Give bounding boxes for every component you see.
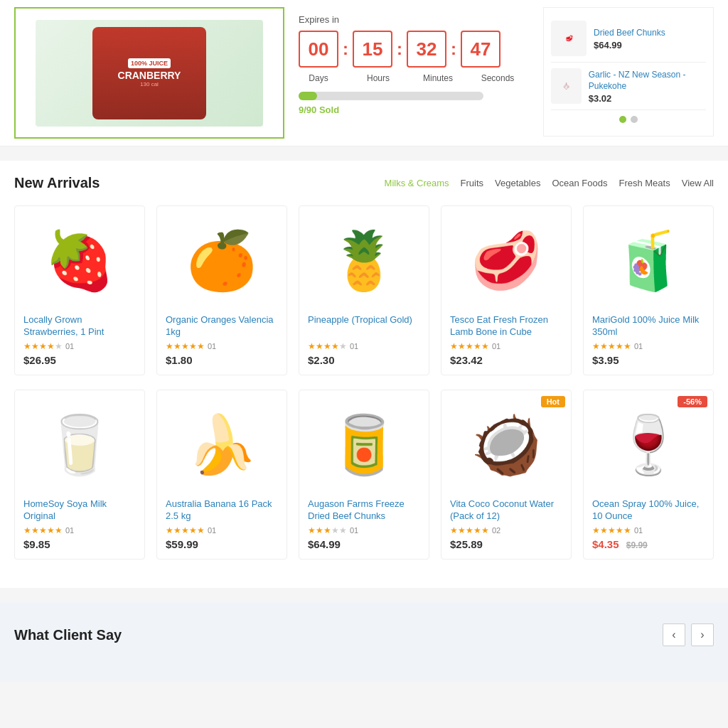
sold-text: 9/90 Sold — [299, 105, 522, 115]
product-rating-marigold: ★★★★★ 01 — [592, 341, 705, 351]
section-title: New Arrivals — [14, 175, 100, 191]
product-rating-coconut: ★★★★★ 02 — [450, 525, 562, 535]
product-price-lamb: $23.42 — [450, 354, 562, 366]
timer-boxes: 00 : 15 : 32 : 47 — [299, 31, 522, 68]
reviews-beef-chunks: 01 — [350, 526, 358, 535]
product-name-oranges: Organic Oranges Valencia 1kg — [166, 314, 278, 338]
product-name-coconut: Vita Coco Coconut Water (Pack of 12) — [450, 498, 562, 523]
nav-fruits[interactable]: Fruits — [461, 178, 484, 188]
product-rating-strawberry: ★★★★★ 01 — [23, 341, 136, 351]
product-name-pineapple: Pineapple (Tropical Gold) — [308, 314, 420, 338]
product-card-ocean-spray[interactable]: -56% 🍷 Ocean Spray 100% Juice, 10 Ounce … — [583, 390, 714, 560]
reviews-strawberry: 01 — [65, 342, 74, 350]
sidebar-product-price-1: $64.99 — [594, 40, 665, 50]
dot-1[interactable] — [619, 116, 626, 123]
product-card-lamb[interactable]: 🥩 Tesco Eat Fresh Frozen Lamb Bone in Cu… — [441, 205, 572, 375]
label-days: Days — [299, 73, 338, 83]
sidebar-product-link-1[interactable]: Dried Beef Chunks — [594, 28, 665, 38]
arrow-buttons: ‹ › — [663, 623, 714, 646]
nav-fresh-meats[interactable]: Fresh Meats — [619, 178, 670, 188]
product-name-beef-chunks: Augason Farms Freeze Dried Beef Chunks — [308, 498, 420, 523]
product-price-pineapple: $2.30 — [308, 354, 420, 366]
stars-marigold: ★★★★★ — [592, 341, 631, 351]
stars-beef-chunks: ★★★★★ — [308, 525, 347, 535]
product-card-pineapple[interactable]: 🍍 Pineapple (Tropical Gold) ★★★★★ 01 $2.… — [299, 205, 429, 375]
product-card-coconut[interactable]: Hot 🥥 Vita Coco Coconut Water (Pack of 1… — [441, 390, 572, 560]
product-image-placeholder: 100% JUICE CRANBERRY 130 cal — [36, 20, 263, 127]
product-price-oranges: $1.80 — [166, 354, 278, 366]
sidebar-product-link-2[interactable]: Garlic - NZ New Season - Pukekohe — [589, 70, 686, 91]
right-sidebar: 🥩 Dried Beef Chunks $64.99 🧄 Garlic - NZ… — [543, 7, 714, 136]
reviews-homesoy: 01 — [65, 526, 74, 535]
section-header: New Arrivals Milks & Creams Fruits Veget… — [14, 175, 714, 191]
reviews-ocean-spray: 01 — [634, 526, 643, 535]
stars-coconut: ★★★★★ — [450, 525, 489, 535]
product-card-oranges[interactable]: 🍊 Organic Oranges Valencia 1kg ★★★★★ 01 … — [156, 205, 287, 375]
product-img-beef-chunks: 🥫 — [308, 399, 420, 491]
timer-sep-3: : — [451, 39, 456, 59]
sidebar-product-info-2: Garlic - NZ New Season - Pukekohe $3.02 — [589, 68, 706, 104]
juice-box-image: 100% JUICE CRANBERRY 130 cal — [92, 27, 206, 119]
reviews-coconut: 02 — [492, 526, 500, 535]
price-old-ocean-spray: $9.99 — [626, 540, 648, 550]
product-name-homesoy: HomeSoy Soya Milk Original — [23, 498, 136, 523]
product-img-coconut: 🥥 — [450, 399, 562, 491]
progress-bar-container — [299, 92, 483, 100]
product-price-coconut: $25.89 — [450, 538, 562, 550]
dot-2[interactable] — [631, 116, 638, 123]
product-name-marigold: MariGold 100% Juice Milk 350ml — [592, 314, 705, 338]
nav-view-all[interactable]: View All — [682, 178, 714, 188]
reviews-banana: 01 — [208, 526, 216, 535]
timer-area: Expires in 00 : 15 : 32 : 47 Days Hours … — [284, 7, 536, 122]
product-name-banana: Australia Banana 16 Pack 2.5 kg — [166, 498, 278, 523]
sidebar-product-img-2: 🧄 — [551, 68, 582, 104]
product-card-strawberry[interactable]: 🍓 Locally Grown Strawberries, 1 Pint ★★★… — [14, 205, 145, 375]
product-card-beef-chunks[interactable]: 🥫 Augason Farms Freeze Dried Beef Chunks… — [299, 390, 429, 560]
stars-oranges: ★★★★★ — [166, 341, 205, 351]
top-section: 100% JUICE CRANBERRY 130 cal Expires in … — [0, 0, 728, 146]
nav-milks-creams[interactable]: Milks & Creams — [385, 178, 449, 188]
stars-homesoy: ★★★★★ — [23, 525, 63, 535]
product-rating-pineapple: ★★★★★ 01 — [308, 341, 420, 351]
nav-vegetables[interactable]: Vegetables — [495, 178, 540, 188]
pagination-dots — [551, 110, 706, 129]
sidebar-product-info-1: Dried Beef Chunks $64.99 — [594, 26, 665, 50]
reviews-oranges: 01 — [208, 342, 216, 350]
product-name-ocean-spray: Ocean Spray 100% Juice, 10 Ounce — [592, 498, 705, 523]
product-name-strawberry: Locally Grown Strawberries, 1 Pint — [23, 314, 136, 338]
product-img-strawberry: 🍓 — [23, 215, 136, 307]
timer-sep-2: : — [397, 39, 402, 59]
product-price-beef-chunks: $64.99 — [308, 538, 420, 550]
nav-ocean-foods[interactable]: Ocean Foods — [552, 178, 607, 188]
product-card-banana[interactable]: 🍌 Australia Banana 16 Pack 2.5 kg ★★★★★ … — [156, 390, 287, 560]
client-say-title: What Client Say — [14, 627, 122, 643]
timer-days: 00 — [299, 31, 338, 68]
product-price-marigold: $3.95 — [592, 354, 705, 366]
timer-sep-1: : — [343, 39, 348, 59]
badge-sale-ocean-spray: -56% — [678, 396, 707, 407]
label-hours: Hours — [358, 73, 398, 83]
timer-minutes: 32 — [407, 31, 446, 68]
product-price-homesoy: $9.85 — [23, 538, 136, 550]
product-img-pineapple: 🍍 — [308, 215, 420, 307]
stars-strawberry: ★★★★★ — [23, 341, 63, 351]
products-grid-row2: 🥛 HomeSoy Soya Milk Original ★★★★★ 01 $9… — [14, 390, 714, 560]
prev-arrow-button[interactable]: ‹ — [663, 623, 685, 646]
product-price-strawberry: $26.95 — [23, 354, 136, 366]
client-say-section: What Client Say ‹ › — [0, 602, 728, 682]
product-rating-banana: ★★★★★ 01 — [166, 525, 278, 535]
product-img-banana: 🍌 — [166, 399, 278, 491]
label-minutes: Minutes — [418, 73, 458, 83]
reviews-pineapple: 01 — [350, 342, 358, 350]
products-grid-row1: 🍓 Locally Grown Strawberries, 1 Pint ★★★… — [14, 205, 714, 375]
next-arrow-button[interactable]: › — [691, 623, 714, 646]
stars-banana: ★★★★★ — [166, 525, 205, 535]
product-card-marigold[interactable]: 🧃 MariGold 100% Juice Milk 350ml ★★★★★ 0… — [583, 205, 714, 375]
product-name-lamb: Tesco Eat Fresh Frozen Lamb Bone in Cube — [450, 314, 562, 338]
label-seconds: Seconds — [478, 73, 518, 83]
section-nav: Milks & Creams Fruits Vegetables Ocean F… — [385, 178, 714, 188]
product-img-ocean-spray: 🍷 — [592, 399, 705, 491]
stars-ocean-spray: ★★★★★ — [592, 525, 631, 535]
client-say-header: What Client Say ‹ › — [14, 623, 714, 646]
product-card-homesoy[interactable]: 🥛 HomeSoy Soya Milk Original ★★★★★ 01 $9… — [14, 390, 145, 560]
